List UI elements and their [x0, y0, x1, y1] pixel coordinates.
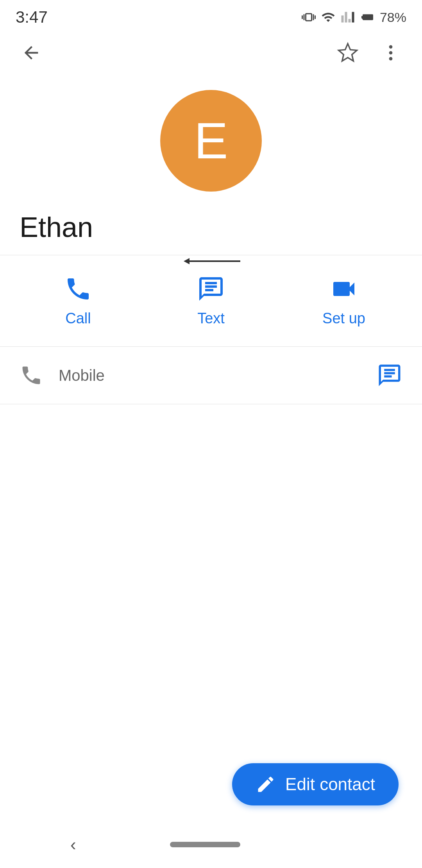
- mobile-row: Mobile: [0, 347, 422, 404]
- avatar-letter: E: [194, 111, 228, 170]
- contact-name: Ethan: [0, 211, 422, 255]
- arrow-annotation: [180, 253, 242, 269]
- edit-contact-label: Edit contact: [285, 775, 375, 794]
- divider-mobile: [0, 404, 422, 404]
- mobile-phone-icon: [20, 364, 43, 387]
- text-label: Text: [197, 310, 225, 327]
- wifi-icon: [321, 10, 335, 24]
- call-label: Call: [65, 310, 91, 327]
- signal-icon: [341, 10, 355, 24]
- top-app-bar: [0, 31, 422, 74]
- status-icons: 78%: [302, 10, 406, 25]
- favorite-button[interactable]: [332, 37, 363, 68]
- battery-percent: 78%: [380, 10, 406, 25]
- status-bar: 3:47: [0, 0, 422, 31]
- svg-point-4: [389, 51, 393, 55]
- edit-contact-button[interactable]: Edit contact: [232, 763, 399, 805]
- top-bar-actions: [332, 37, 406, 68]
- battery-icon: [360, 10, 374, 24]
- status-time: 3:47: [16, 8, 48, 27]
- setup-action[interactable]: Set up: [305, 275, 383, 327]
- svg-point-3: [389, 45, 393, 49]
- back-button[interactable]: [16, 37, 47, 68]
- svg-marker-7: [184, 258, 190, 264]
- svg-rect-1: [362, 16, 368, 19]
- text-action[interactable]: Text: [172, 275, 250, 327]
- more-options-button[interactable]: [375, 37, 406, 68]
- mobile-label: Mobile: [59, 367, 361, 384]
- vibrate-icon: [302, 10, 316, 24]
- mobile-message-icon[interactable]: [377, 362, 402, 388]
- svg-point-5: [389, 57, 393, 61]
- home-indicator[interactable]: [170, 842, 240, 847]
- nav-back-button[interactable]: ‹: [70, 835, 76, 854]
- bottom-nav: ‹: [0, 821, 422, 868]
- avatar: E: [160, 90, 262, 192]
- avatar-section: E: [0, 74, 422, 211]
- call-action[interactable]: Call: [39, 275, 117, 327]
- svg-rect-2: [370, 17, 371, 18]
- setup-label: Set up: [322, 310, 365, 327]
